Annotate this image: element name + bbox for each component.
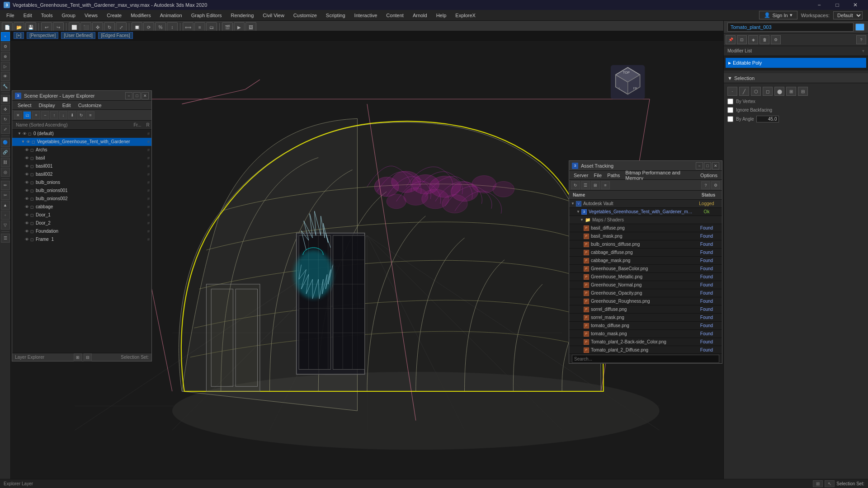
at-file-row[interactable]: P tomato_mask.png Found [569,330,722,338]
at-file-row[interactable]: P tomato_diffuse.png Found [569,322,722,330]
viewport-edged-faces-tag[interactable]: [Edged Faces] [98,32,132,39]
push-pull-tool[interactable]: ▲ [1,201,10,210]
se-more-btn[interactable]: ≡ [86,111,94,119]
se-list-item[interactable]: 👁 ◻ bulb_onions001 # [12,187,151,195]
configure-modifiers-button[interactable]: ⚙ [771,35,781,44]
se-list-item[interactable]: 👁 ◻ basil # [12,154,151,162]
angle-value-input[interactable] [756,116,779,122]
at-settings-btn[interactable]: ⚙ [711,181,720,189]
menu-scripting[interactable]: Scripting [321,10,350,20]
at-file-row[interactable]: P basil_mask.png Found [569,232,722,240]
at-refresh-btn[interactable]: ↻ [571,181,580,189]
at-files-list[interactable]: P basil_diffuse.png Found P basil_mask.p… [569,224,722,353]
se-list-item[interactable]: 👁 ◻ Archs # [12,146,151,154]
soften-tool[interactable]: ▽ [1,221,10,230]
modifier-list-dropdown[interactable]: ▾ [862,48,864,53]
by-angle-checkbox[interactable] [727,116,733,122]
at-menu-paths[interactable]: Paths [604,172,623,179]
at-file-row[interactable]: P sorrel_mask.png Found [569,314,722,322]
se-list-item[interactable]: 👁 ◻ basil002 # [12,170,151,178]
at-file-row[interactable]: P Greenhouse_Opacity.png Found [569,289,722,297]
se-list-item[interactable]: 👁 ◻ Frame_1 # [12,235,151,241]
at-list-btn[interactable]: ☰ [581,181,590,189]
maximize-button[interactable]: □ [828,0,846,10]
se-list-item[interactable]: 👁 ◻ basil001 # [12,162,151,170]
at-file-row[interactable]: P bulb_onions_diffuse.png Found [569,240,722,249]
se-menu-edit[interactable]: Edit [59,102,75,109]
unlink-tool[interactable]: ⛓ [1,158,10,167]
vertex-select-btn[interactable]: · [727,87,737,96]
show-end-result-button[interactable]: ⊡ [737,35,747,44]
relax-tool[interactable]: ◦ [1,211,10,220]
border-select-btn[interactable]: ⬡ [751,87,761,96]
menu-animation[interactable]: Animation [156,10,187,20]
se-list-item[interactable]: 👁 ◻ cabbage # [12,203,151,211]
object-color-swatch[interactable] [855,23,864,31]
at-maps-folder-row[interactable]: ▼ 📁 Maps / Shaders [569,216,722,224]
minimize-button[interactable]: − [810,0,828,10]
se-main-group-item[interactable]: ▼ 👁 ◻ Vegetables_Greenhouse_Tent_with_Ga… [12,138,151,146]
knife-tool[interactable]: ✂ [1,191,10,200]
at-help-btn[interactable]: ? [701,181,710,189]
status-select-btn[interactable]: ↖ [825,480,835,487]
at-menu-server[interactable]: Server [571,172,591,179]
scene-explorer-items[interactable] [12,241,151,353]
bind-tool[interactable]: ◎ [1,168,10,177]
se-refresh-btn[interactable]: ↻ [77,111,85,119]
at-file-row[interactable]: P Greenhouse_Normal.png Found [569,281,722,289]
se-footer-btn1[interactable]: ⊞ [74,353,82,361]
menu-views[interactable]: Views [80,10,102,20]
at-file-row[interactable]: P cabbage_mask.png Found [569,257,722,265]
editable-poly-modifier[interactable]: ▶ Editable Poly [726,58,866,68]
se-close-btn[interactable]: ✕ [142,92,149,99]
pin-stack-button[interactable]: 📌 [726,35,736,44]
se-restore-btn[interactable]: □ [133,92,141,99]
at-file-row[interactable]: P sorrel_diffuse.png Found [569,305,722,314]
se-filter-btn[interactable]: ✕ [14,111,22,119]
make-unique-button[interactable]: ◈ [748,35,758,44]
menu-group[interactable]: Group [57,10,80,20]
rotate-tool[interactable]: ↻ [1,115,10,124]
at-vault-row[interactable]: ▼ V Autodesk Vault Logged [569,200,722,208]
scale-tool[interactable]: ⤢ [1,125,10,134]
se-footer-btn2[interactable]: ⊟ [84,353,92,361]
se-minimize-btn[interactable]: − [125,92,132,99]
at-file-row[interactable]: P basil_diffuse.png Found [569,224,722,232]
se-list-item[interactable]: 👁 ◻ Foundation # [12,227,151,235]
menu-edit[interactable]: Edit [19,10,37,20]
se-list-item[interactable]: 👁 ◻ Door_2 # [12,219,151,227]
se-del-layer-btn[interactable]: − [41,111,49,119]
menu-civil-view[interactable]: Civil View [258,10,288,20]
close-button[interactable]: ✕ [846,0,864,10]
at-minimize-btn[interactable]: − [696,162,703,169]
se-add-layer-btn[interactable]: + [32,111,40,119]
create-panel-btn[interactable]: + [1,32,10,41]
se-menu-customize[interactable]: Customize [75,102,105,109]
viewport-plus-tag[interactable]: [+] [14,32,24,39]
scene-explorer-content[interactable]: ▼ 👁 ◻ 0 (default) # ▼ 👁 ◻ Vegetables_Gre… [12,130,151,241]
asset-tracking-content[interactable]: ▼ V Autodesk Vault Logged ▼ 3 Vegetables… [569,200,722,353]
menu-content[interactable]: Content [382,10,408,20]
viewport-user-defined-tag[interactable]: [User Defined] [61,32,95,39]
at-file-row[interactable]: P Tomato_plant_2-Back-side_Color.png Fou… [569,338,722,346]
selection-header[interactable]: ▼ Selection [724,73,868,83]
select-tool[interactable]: ⬜ [1,95,10,104]
by-vertex-checkbox[interactable] [727,99,733,104]
se-root-item[interactable]: ▼ 👁 ◻ 0 (default) # [12,130,151,138]
element-select-btn[interactable]: ⬤ [774,87,784,96]
workspace-select[interactable]: Default [833,11,863,19]
status-grid-btn[interactable]: ⊞ [813,480,823,487]
se-move-up-btn[interactable]: ↑ [50,111,58,119]
grow-selection-btn[interactable]: ⊞ [786,87,796,96]
signin-button[interactable]: 👤 Sign In ▾ [759,11,797,19]
motion-panel-btn[interactable]: ▷ [1,62,10,71]
se-list-item[interactable]: 👁 ◻ Door_1 # [12,211,151,219]
viewport-perspective-tag[interactable]: [Perspective] [27,32,58,39]
menu-graph-editors[interactable]: Graph Editors [187,10,226,20]
at-restore-btn[interactable]: □ [704,162,711,169]
menu-explorex[interactable]: ExploreX [451,10,480,20]
at-menu-options[interactable]: Options [698,172,720,179]
at-close-btn[interactable]: ✕ [712,162,719,169]
object-name-field[interactable] [727,23,854,32]
ignore-backfacing-checkbox[interactable] [727,107,733,113]
